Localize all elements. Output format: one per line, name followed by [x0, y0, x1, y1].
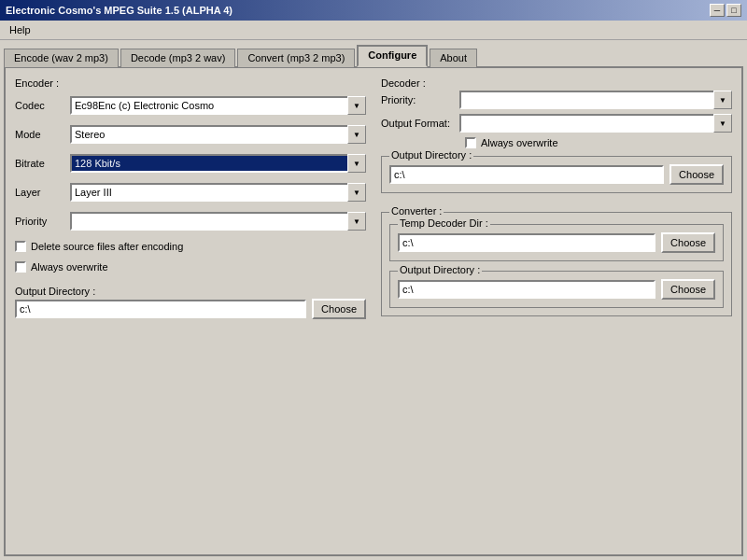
codec-select[interactable]: Ec98Enc (c) Electronic Cosmo	[70, 96, 366, 115]
output-format-label: Output Format:	[381, 118, 456, 129]
tab-decode[interactable]: Decode (mp3 2 wav)	[120, 49, 236, 67]
right-col: Decoder : Priority: ▼ Output Format:	[381, 77, 732, 545]
mode-select-wrapper: Stereo ▼	[70, 125, 366, 144]
decoder-choose-button[interactable]: Choose	[669, 164, 724, 185]
maximize-button[interactable]: □	[726, 4, 741, 17]
mode-select[interactable]: Stereo	[70, 125, 366, 144]
main-content: Encoder : Codec Ec98Enc (c) Electronic C…	[4, 66, 743, 556]
converter-output-dir-choose-button[interactable]: Choose	[661, 279, 715, 300]
mode-label: Mode	[15, 129, 66, 140]
decoder-always-overwrite-row: Always overwrite	[465, 137, 732, 148]
decoder-always-overwrite-checkbox[interactable]	[465, 137, 476, 148]
decoder-always-overwrite-label: Always overwrite	[481, 137, 558, 148]
converter-output-dir-row: Choose	[398, 279, 715, 300]
converter-output-dir-group: Output Directory : Choose	[389, 271, 724, 308]
menu-bar: Help	[0, 21, 747, 40]
decoder-priority-select-wrapper: ▼	[459, 91, 732, 109]
encoder-priority-label: Priority	[15, 216, 66, 227]
bitrate-row: Bitrate 128 Kbit/s ▼	[15, 154, 366, 173]
decoder-output-dir-group-label: Output Directory :	[389, 149, 473, 161]
decoder-priority-label: Priority:	[381, 94, 456, 105]
temp-decoder-dir-group: Temp Decoder Dir : Choose	[389, 224, 724, 261]
tab-configure[interactable]: Configure	[357, 45, 428, 67]
temp-decoder-dir-input[interactable]	[398, 233, 655, 252]
encoder-always-overwrite-label: Always overwrite	[31, 261, 108, 273]
menu-item-help[interactable]: Help	[4, 22, 36, 37]
temp-decoder-choose-button[interactable]: Choose	[661, 232, 715, 253]
encoder-priority-row: Priority ▼	[15, 212, 366, 231]
output-format-select-wrapper: ▼	[459, 114, 732, 133]
title-bar-text: Electronic Cosmo's MPEG Suite 1.5 (ALPHA…	[6, 5, 233, 16]
converter-section-label: Converter :	[389, 205, 444, 217]
output-format-row: Output Format: ▼	[381, 114, 732, 133]
converter-output-dir-input[interactable]	[398, 280, 655, 299]
decoder-section: Decoder : Priority: ▼ Output Format:	[381, 77, 732, 193]
tab-encode[interactable]: Encode (wav 2 mp3)	[4, 49, 119, 67]
decoder-priority-row: Priority: ▼	[381, 91, 732, 109]
temp-decoder-dir-label: Temp Decoder Dir :	[398, 217, 490, 229]
encoder-output-dir-label: Output Directory :	[15, 286, 366, 297]
delete-source-checkbox[interactable]	[15, 241, 26, 252]
tab-bar: Encode (wav 2 mp3) Decode (mp3 2 wav) Co…	[0, 40, 747, 66]
bitrate-select-wrapper: 128 Kbit/s ▼	[70, 154, 366, 173]
layer-row: Layer Layer III ▼	[15, 183, 366, 202]
decoder-dir-row: Choose	[389, 164, 724, 185]
decoder-output-dir-group: Output Directory : Choose	[381, 156, 732, 193]
converter-output-dir-label: Output Directory :	[398, 264, 482, 275]
layer-select-wrapper: Layer III ▼	[70, 183, 366, 202]
title-bar-buttons: ─ □	[710, 4, 741, 17]
encoder-always-overwrite-row: Always overwrite	[15, 261, 366, 273]
encoder-dir-row: Choose	[15, 299, 366, 319]
title-bar: Electronic Cosmo's MPEG Suite 1.5 (ALPHA…	[0, 0, 747, 21]
encoder-section-label: Encoder :	[15, 77, 366, 89]
encoder-priority-select[interactable]	[70, 212, 366, 231]
decoder-output-dir-input[interactable]	[389, 165, 664, 184]
bitrate-label: Bitrate	[15, 158, 66, 169]
codec-row: Codec Ec98Enc (c) Electronic Cosmo ▼	[15, 96, 366, 115]
layer-select[interactable]: Layer III	[70, 183, 366, 202]
minimize-button[interactable]: ─	[710, 4, 725, 17]
encoder-output-dir-section: Output Directory : Choose	[15, 286, 366, 319]
encoder-section: Encoder : Codec Ec98Enc (c) Electronic C…	[15, 77, 366, 545]
layer-label: Layer	[15, 187, 66, 198]
app-window: Electronic Cosmo's MPEG Suite 1.5 (ALPHA…	[0, 0, 747, 560]
codec-select-wrapper: Ec98Enc (c) Electronic Cosmo ▼	[70, 96, 366, 115]
decoder-section-label: Decoder :	[381, 77, 732, 89]
tab-convert[interactable]: Convert (mp3 2 mp3)	[237, 49, 355, 67]
bitrate-select[interactable]: 128 Kbit/s	[70, 154, 366, 173]
output-format-select[interactable]	[459, 114, 732, 133]
delete-source-row: Delete source files after encoding	[15, 241, 366, 252]
converter-section: Converter : Temp Decoder Dir : Choose Ou…	[381, 212, 732, 316]
encoder-choose-button[interactable]: Choose	[312, 299, 366, 319]
mode-row: Mode Stereo ▼	[15, 125, 366, 144]
delete-source-label: Delete source files after encoding	[31, 241, 183, 252]
encoder-always-overwrite-checkbox[interactable]	[15, 261, 26, 273]
temp-decoder-dir-row: Choose	[398, 232, 715, 253]
encoder-priority-select-wrapper: ▼	[70, 212, 366, 231]
codec-label: Codec	[15, 100, 66, 111]
encoder-output-dir-input[interactable]	[15, 300, 306, 318]
tab-about[interactable]: About	[430, 49, 477, 67]
decoder-priority-select[interactable]	[459, 91, 732, 109]
